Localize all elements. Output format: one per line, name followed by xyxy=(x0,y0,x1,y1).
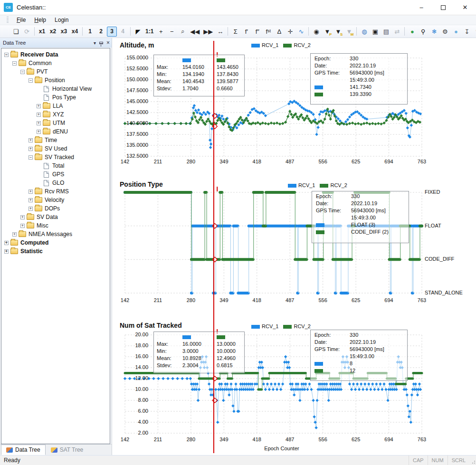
swap-range-button[interactable]: ⇄ xyxy=(392,27,402,37)
tree-item-pvt[interactable]: −PVT xyxy=(1,67,110,76)
tree-item-dops[interactable]: +DOPs xyxy=(1,204,110,213)
view-1-button[interactable]: 1 xyxy=(85,27,95,37)
statistics-f-button[interactable]: fˢᵗ xyxy=(263,27,273,37)
chevron-down-icon[interactable]: ▾ xyxy=(94,40,96,46)
delta-button[interactable]: Δ xyxy=(274,27,284,37)
expand-icon[interactable]: + xyxy=(37,113,41,117)
menu-help[interactable]: Help xyxy=(30,16,50,24)
tree-item-statistic[interactable]: +Statistic xyxy=(1,247,110,256)
fit-extent-button[interactable]: ↔ xyxy=(215,27,225,37)
tree-item-sv-tracked[interactable]: −SV Tracked xyxy=(1,153,110,161)
zoom-x4-button[interactable]: x4 xyxy=(70,27,80,37)
magnifier-zoom-button[interactable]: ⌕ xyxy=(178,27,188,37)
sum-button[interactable]: Σ xyxy=(230,27,240,37)
brush-button[interactable]: ✎ xyxy=(473,27,476,37)
actual-size-button[interactable]: 1:1 xyxy=(144,27,155,37)
refresh-button[interactable]: ⟳ xyxy=(22,27,32,37)
zoom-in-button[interactable]: + xyxy=(156,27,166,37)
zoom-x2-button[interactable]: x2 xyxy=(48,27,58,37)
expand-icon[interactable]: + xyxy=(29,147,33,151)
menu-login[interactable]: Login xyxy=(50,16,73,24)
zoom-out-button[interactable]: − xyxy=(167,27,177,37)
collapse-icon[interactable]: − xyxy=(4,53,9,57)
tree-item-total[interactable]: Total xyxy=(1,161,110,170)
export-download-button[interactable]: ↧ xyxy=(462,27,472,37)
tree-item-position[interactable]: −Position xyxy=(1,76,110,85)
expand-icon[interactable]: + xyxy=(4,241,9,245)
tree-item-utm[interactable]: +UTM xyxy=(1,119,110,127)
tree-item-sv-used[interactable]: +SV Used xyxy=(1,144,110,153)
tree-item-pos-type[interactable]: Pos Type xyxy=(1,93,110,102)
minimize-button[interactable]: – xyxy=(410,0,432,15)
ink-drop-button[interactable]: ● xyxy=(451,27,461,37)
expand-icon[interactable]: + xyxy=(20,224,25,228)
tree-item-rcv-rms[interactable]: +Rcv RMS xyxy=(1,187,110,196)
filter-m-button[interactable]: ▼M xyxy=(344,27,354,37)
zoom-x1-button[interactable]: x1 xyxy=(37,27,47,37)
freeze-snowflake-button[interactable]: ❄ xyxy=(429,27,439,37)
expand-icon[interactable]: + xyxy=(12,232,17,237)
position-type-plot[interactable] xyxy=(113,179,475,303)
expand-icon[interactable]: + xyxy=(29,190,33,194)
globe-button[interactable]: ● xyxy=(407,27,417,37)
new-document-button[interactable]: ❏ xyxy=(11,27,21,37)
collapse-icon[interactable]: − xyxy=(29,78,33,83)
collapse-icon[interactable]: − xyxy=(29,155,33,160)
tree-item-nmea-messages[interactable]: +NMEA Messages xyxy=(1,230,110,238)
document-icon xyxy=(44,163,49,169)
visibility-eye-button[interactable]: ◉ xyxy=(311,27,321,37)
settings-gear-button[interactable]: ⚙ xyxy=(440,27,450,37)
close-button[interactable]: ✕ xyxy=(454,0,476,15)
tree-item-misc[interactable]: +Misc xyxy=(1,221,110,230)
tree-item-time[interactable]: +Time xyxy=(1,136,110,144)
expand-icon[interactable]: + xyxy=(20,215,25,219)
x-tick-label: 694 xyxy=(384,159,393,164)
tree-item-lla[interactable]: +LLA xyxy=(1,102,110,110)
collapse-icon[interactable]: − xyxy=(20,70,25,74)
pointer-tool-button[interactable]: ◤ xyxy=(133,27,143,37)
rcv2-legend-swatch xyxy=(283,44,292,47)
second-derivative-button[interactable]: f″ xyxy=(252,27,262,37)
tree-item-receiver-data[interactable]: −Receiver Data xyxy=(1,50,110,59)
expand-icon[interactable]: + xyxy=(37,130,41,134)
smoothing-button[interactable]: ∿ xyxy=(296,27,306,37)
tree-item-glo[interactable]: GLO xyxy=(1,179,110,187)
expand-icon[interactable]: + xyxy=(29,207,33,211)
tree-item-gps[interactable]: GPS xyxy=(1,170,110,179)
expand-icon[interactable]: + xyxy=(4,249,9,254)
view-4-button[interactable]: 4 xyxy=(118,27,128,37)
tree-item-xyz[interactable]: +XYZ xyxy=(1,110,110,119)
tab-data-tree[interactable]: Data Tree xyxy=(1,445,46,455)
tree-item-common[interactable]: −Common xyxy=(1,59,110,67)
filter-s-button[interactable]: ▼S xyxy=(333,27,343,37)
tree-item-velocity[interactable]: +Velocity xyxy=(1,196,110,204)
screenshot-camera-button[interactable]: ▣ xyxy=(370,27,380,37)
step-back-button[interactable]: ◀◀ xyxy=(189,27,201,37)
expand-icon[interactable]: + xyxy=(37,121,41,125)
close-icon[interactable]: × xyxy=(106,39,110,46)
tree-item-horizontal-view[interactable]: Horizontal View xyxy=(1,85,110,93)
pin-icon[interactable] xyxy=(99,42,103,44)
expand-icon[interactable]: + xyxy=(29,198,33,202)
menu-file[interactable]: File xyxy=(12,16,30,24)
view-3-button[interactable]: 3 xyxy=(107,27,117,37)
epoch-cursor-line[interactable] xyxy=(213,41,214,453)
tab-sat-tree[interactable]: SAT Tree xyxy=(46,445,89,455)
maximize-button[interactable] xyxy=(432,0,454,15)
location-pin-button[interactable]: ⚲ xyxy=(418,27,428,37)
zoom-x3-button[interactable]: x3 xyxy=(59,27,69,37)
report-preview-button[interactable]: ▤ xyxy=(381,27,391,37)
tree-item-denu[interactable]: +dENU xyxy=(1,127,110,136)
pan-button[interactable]: ✛ xyxy=(285,27,295,37)
step-forward-button[interactable]: ▶▶ xyxy=(202,27,214,37)
expand-icon[interactable]: + xyxy=(29,138,33,142)
collapse-icon[interactable]: − xyxy=(12,61,17,66)
view-2-button[interactable]: 2 xyxy=(96,27,106,37)
first-derivative-button[interactable]: f′ xyxy=(241,27,251,37)
expand-icon[interactable]: + xyxy=(37,104,41,108)
tree-item-computed[interactable]: +Computed xyxy=(1,238,110,247)
filter-p-button[interactable]: ▼P xyxy=(322,27,332,37)
google-earth-button[interactable]: ◍ xyxy=(359,27,369,37)
resize-grip[interactable] xyxy=(469,456,476,465)
tree-item-sv-data[interactable]: +SV Data xyxy=(1,213,110,221)
